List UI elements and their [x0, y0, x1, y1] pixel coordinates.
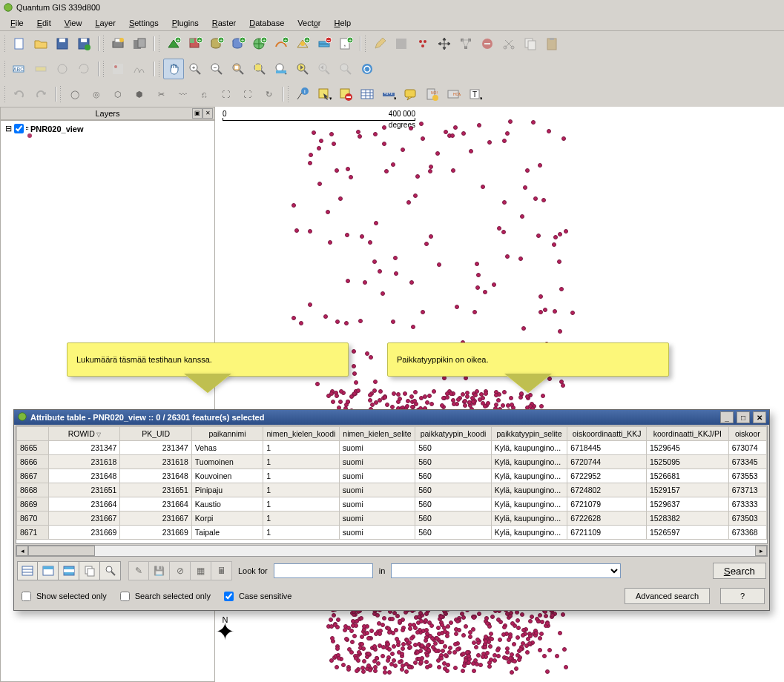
- bookmark-new-button[interactable]: NO!: [421, 84, 442, 105]
- column-header[interactable]: PK_UID: [120, 427, 191, 441]
- toolbar-handle[interactable]: [3, 34, 7, 53]
- add-ring-button[interactable]: ◎: [86, 84, 107, 105]
- pan-button[interactable]: [163, 59, 184, 79]
- add-wfs-layer-button[interactable]: +: [271, 33, 291, 54]
- toolbar-handle[interactable]: [102, 34, 105, 53]
- add-wms-layer-button[interactable]: +: [249, 33, 270, 54]
- highlight-label-button[interactable]: [30, 59, 51, 79]
- horizontal-scrollbar[interactable]: ◂ ▸: [16, 545, 768, 557]
- deselect-button[interactable]: [335, 84, 356, 105]
- search-selected-checkbox[interactable]: Search selected only: [117, 589, 211, 603]
- layer-visibility-checkbox[interactable]: [14, 124, 24, 133]
- merge-attrs-button[interactable]: ⛶: [237, 84, 257, 105]
- advanced-search-button[interactable]: Advanced search: [625, 588, 710, 604]
- table-row[interactable]: 8671231669231669Taipale1suomi560Kylä, ka…: [17, 526, 767, 540]
- delete-ring-button[interactable]: ⬢: [129, 84, 150, 105]
- bookmark-show-button[interactable]: HOME: [443, 84, 464, 105]
- copy-features-button[interactable]: [520, 33, 541, 54]
- cut-features-button[interactable]: [498, 33, 519, 54]
- zoom-out-button[interactable]: −: [206, 59, 227, 79]
- invert-selection-button[interactable]: [59, 561, 79, 580]
- save-edits-button[interactable]: [391, 33, 412, 54]
- toolbar-handle[interactable]: [3, 59, 7, 79]
- toolbar-handle[interactable]: [59, 85, 62, 104]
- table-row[interactable]: 8666231618231618Tuomoinen1suomi560Kylä, …: [17, 455, 767, 469]
- close-button[interactable]: ✕: [753, 411, 766, 423]
- node-tool-button[interactable]: [455, 33, 476, 54]
- merge-button[interactable]: ⛶: [215, 84, 236, 105]
- menu-database[interactable]: Database: [243, 17, 290, 29]
- menu-view[interactable]: View: [59, 17, 88, 29]
- zoom-full-button[interactable]: [228, 59, 248, 79]
- paste-features-button[interactable]: [541, 33, 562, 54]
- panel-float-button[interactable]: ▣: [192, 108, 202, 119]
- layer-item[interactable]: ⊟ ⠿ PNR020_view: [4, 124, 211, 133]
- help-button[interactable]: ?: [720, 588, 765, 604]
- menu-file[interactable]: File: [4, 17, 30, 29]
- map-tips-button[interactable]: [400, 84, 421, 105]
- delete-column-button[interactable]: ▦: [191, 561, 211, 580]
- attribute-window-titlebar[interactable]: Attribute table - PNR020_view :: 0 / 263…: [14, 410, 769, 425]
- delete-selected-rows-button[interactable]: 💾: [149, 561, 170, 580]
- toggle-editing-button[interactable]: ✎: [128, 561, 149, 580]
- zoom-to-selected-button[interactable]: [100, 561, 121, 580]
- new-vector-layer-button[interactable]: +: [292, 33, 313, 54]
- undo-button[interactable]: [9, 84, 30, 105]
- select-button[interactable]: ▾: [314, 84, 335, 105]
- maximize-button[interactable]: □: [737, 411, 750, 423]
- redo-button[interactable]: [30, 84, 51, 105]
- scroll-left-button[interactable]: ◂: [16, 546, 28, 556]
- column-header[interactable]: paikannimi: [191, 427, 263, 441]
- save-as-button[interactable]: [73, 33, 94, 54]
- move-selection-top-button[interactable]: [38, 561, 59, 580]
- copy-rows-button[interactable]: [79, 561, 100, 580]
- move-feature-button[interactable]: [434, 33, 455, 54]
- table-row[interactable]: 8665231347231347Vehas1suomi560Kylä, kaup…: [17, 441, 767, 455]
- save-project-button[interactable]: [52, 33, 73, 54]
- new-column-button[interactable]: ⊘: [170, 561, 191, 580]
- toolbar-handle[interactable]: [157, 59, 161, 79]
- attribute-table[interactable]: ROWID▽PK_UIDpaikanniminimen_kielen_koodi…: [16, 426, 768, 544]
- composer-manager-button[interactable]: [129, 33, 150, 54]
- look-for-input[interactable]: [274, 563, 373, 578]
- add-raster-layer-button[interactable]: +: [185, 33, 205, 54]
- field-calculator-button[interactable]: 🖩: [211, 561, 232, 580]
- histogram-button[interactable]: [129, 59, 150, 79]
- column-header[interactable]: ROWID▽: [49, 427, 120, 441]
- scroll-right-button[interactable]: ▸: [755, 546, 767, 556]
- rotate-symbols-button[interactable]: ↻: [258, 84, 279, 105]
- identify-button[interactable]: i: [292, 84, 313, 105]
- new-project-button[interactable]: [9, 33, 30, 54]
- column-header[interactable]: nimen_kielen_selite: [339, 427, 415, 441]
- column-header[interactable]: koordinaatti_KKJ/PI: [646, 427, 728, 441]
- add-part-button[interactable]: ⬡: [108, 84, 128, 105]
- panel-close-button[interactable]: ✕: [202, 108, 213, 119]
- search-button[interactable]: Search: [713, 563, 766, 579]
- column-header[interactable]: oiskoor: [728, 427, 766, 441]
- delete-part-button[interactable]: ✂: [151, 84, 171, 105]
- rotate-label-button[interactable]: [73, 59, 94, 79]
- remove-layer-button[interactable]: −: [314, 33, 335, 54]
- minimize-button[interactable]: _: [720, 411, 734, 423]
- table-row[interactable]: 8668231651231651Pinipaju1suomi560Kylä, k…: [17, 483, 767, 497]
- open-project-button[interactable]: [30, 33, 51, 54]
- add-spatialite-layer-button[interactable]: +: [228, 33, 248, 54]
- scroll-thumb[interactable]: [28, 546, 95, 556]
- label-tool-button[interactable]: ABC: [9, 59, 30, 79]
- zoom-layer-button[interactable]: [271, 59, 291, 79]
- move-label-button[interactable]: [52, 59, 73, 79]
- toolbar-handle[interactable]: [363, 34, 367, 53]
- toolbar-handle[interactable]: [286, 85, 290, 104]
- collapse-icon[interactable]: ⊟: [4, 124, 13, 133]
- menu-layer[interactable]: Layer: [89, 17, 122, 29]
- toolbar-handle[interactable]: [102, 59, 105, 79]
- case-sensitive-checkbox[interactable]: Case sensitive: [221, 589, 292, 603]
- zoom-in-button[interactable]: +: [185, 59, 205, 79]
- column-header[interactable]: [17, 427, 49, 441]
- measure-button[interactable]: ▾: [378, 84, 399, 105]
- table-row[interactable]: 8667231648231648Kouvoinen1suomi560Kylä, …: [17, 469, 767, 483]
- menu-plugins[interactable]: Plugins: [166, 17, 205, 29]
- refresh-button[interactable]: [357, 59, 378, 79]
- zoom-next-button[interactable]: [314, 59, 335, 79]
- toolbar-handle[interactable]: [157, 34, 161, 53]
